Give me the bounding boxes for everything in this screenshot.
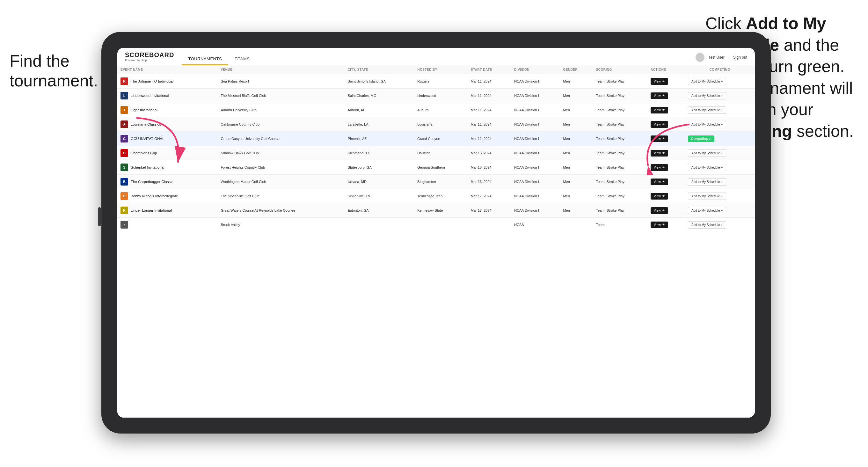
scoring-cell: Team, Stroke Play — [593, 74, 647, 89]
venue-cell: The Missouri Bluffs Golf Club — [217, 89, 344, 103]
view-button[interactable]: View 👁 — [651, 78, 668, 85]
division-cell: NCAA Division I — [511, 74, 560, 89]
team-logo: T — [121, 106, 128, 114]
col-competing: COMPETING — [685, 65, 755, 74]
tablet-frame: SCOREBOARD Powered by clippd TOURNAMENTS… — [101, 32, 771, 434]
add-schedule-button[interactable]: Add to My Schedule + — [688, 121, 726, 128]
division-cell: NCAA — [511, 218, 560, 232]
division-cell: NCAA Division I — [511, 89, 560, 103]
scoring-cell: Team, — [593, 218, 647, 232]
view-button[interactable]: View 👁 — [651, 121, 668, 128]
actions-cell: View 👁 — [647, 89, 685, 103]
table-row: R The Johnnie - O Individual Sea Palms R… — [117, 74, 755, 89]
venue-cell: The Sevierville Golf Club — [217, 189, 344, 204]
gender-cell: Men — [560, 189, 593, 204]
team-logo: ★ — [121, 121, 128, 128]
hosted-by-cell: Louisiana — [414, 117, 468, 132]
view-button[interactable]: View 👁 — [651, 150, 668, 157]
add-schedule-button[interactable]: Add to My Schedule + — [688, 178, 726, 186]
event-name-cell: S Schenkel Invitational — [117, 160, 217, 175]
competing-cell: Add to My Schedule + — [685, 74, 755, 89]
scoring-cell: Team, Stroke Play — [593, 189, 647, 204]
col-division: DIVISION — [511, 65, 560, 74]
view-button[interactable]: View 👁 — [651, 135, 668, 142]
add-schedule-button[interactable]: Add to My Schedule + — [688, 221, 726, 228]
city-state-cell: Auburn, AL — [345, 103, 414, 117]
event-name-cell: ★ Louisiana Classics — [117, 117, 217, 132]
competing-button[interactable]: Competing ✓ — [688, 135, 714, 142]
team-logo: B — [121, 192, 128, 200]
scoring-cell: Team, Stroke Play — [593, 175, 647, 189]
pipe-separator: | — [728, 55, 729, 60]
table-row: B The Carpetbagger Classic Worthington M… — [117, 175, 755, 189]
view-button[interactable]: View 👁 — [651, 179, 668, 185]
venue-cell: Great Waters Course At Reynolds Lake Oco… — [217, 204, 344, 218]
tab-teams[interactable]: TEAMS — [228, 53, 256, 65]
col-city-state: CITY, STATE — [345, 65, 414, 74]
add-schedule-button[interactable]: Add to My Schedule + — [688, 106, 726, 114]
start-date-cell: Mar 16, 2024 — [468, 175, 511, 189]
add-schedule-button[interactable]: Add to My Schedule + — [688, 92, 726, 99]
actions-cell: View 👁 — [647, 218, 685, 232]
gender-cell: Men — [560, 74, 593, 89]
gender-cell — [560, 218, 593, 232]
scoring-cell: Team, Stroke Play — [593, 117, 647, 132]
add-schedule-button[interactable]: Add to My Schedule + — [688, 164, 726, 171]
col-start-date: START DATE — [468, 65, 511, 74]
scoring-cell: Team, Stroke Play — [593, 103, 647, 117]
team-logo: G — [121, 135, 128, 143]
gender-cell: Men — [560, 132, 593, 146]
table-row: • Brook Valley NCAA Team, View 👁 Add to … — [117, 218, 755, 232]
event-name: Bobby Nichols Intercollegiate — [131, 194, 178, 198]
competing-cell: Competing ✓ — [685, 132, 755, 146]
gender-cell: Men — [560, 204, 593, 218]
gender-cell: Men — [560, 175, 593, 189]
team-logo: S — [121, 163, 128, 171]
table-row: ★ Louisiana Classics Oakbourne Country C… — [117, 117, 755, 132]
division-cell: NCAA Division I — [511, 204, 560, 218]
tablet-screen: SCOREBOARD Powered by clippd TOURNAMENTS… — [117, 48, 755, 417]
start-date-cell: Mar 13, 2024 — [468, 146, 511, 160]
city-state-cell: Lafayette, LA — [345, 117, 414, 132]
brand-name: SCOREBOARD — [125, 52, 174, 58]
sign-out-link[interactable]: Sign out — [733, 55, 747, 60]
col-venue: VENUE — [217, 65, 344, 74]
event-name-cell: T Tiger Invitational — [117, 103, 217, 117]
event-name-cell: L Lindenwood Invitational — [117, 89, 217, 103]
nav-tabs: TOURNAMENTS TEAMS — [182, 53, 256, 65]
start-date-cell: Mar 15, 2024 — [468, 160, 511, 175]
city-state-cell — [345, 218, 414, 232]
view-button[interactable]: View 👁 — [651, 164, 668, 171]
table-row: L Lindenwood Invitational The Missouri B… — [117, 89, 755, 103]
view-button[interactable]: View 👁 — [651, 222, 668, 228]
add-schedule-button[interactable]: Add to My Schedule + — [688, 150, 726, 157]
view-button[interactable]: View 👁 — [651, 207, 668, 214]
tab-tournaments[interactable]: TOURNAMENTS — [182, 53, 228, 65]
venue-cell: Auburn University Club — [217, 103, 344, 117]
add-schedule-button[interactable]: Add to My Schedule + — [688, 207, 726, 214]
competing-cell: Add to My Schedule + — [685, 204, 755, 218]
venue-cell: Worthington Manor Golf Club — [217, 175, 344, 189]
start-date-cell: Mar 12, 2024 — [468, 132, 511, 146]
event-name: Lindenwood Invitational — [131, 94, 169, 97]
hosted-by-cell — [414, 218, 468, 232]
add-schedule-button[interactable]: Add to My Schedule + — [688, 78, 726, 85]
start-date-cell: Mar 11, 2024 — [468, 117, 511, 132]
actions-cell: View 👁 — [647, 132, 685, 146]
competing-cell: Add to My Schedule + — [685, 117, 755, 132]
competing-cell: Add to My Schedule + — [685, 146, 755, 160]
hosted-by-cell: Georgia Southern — [414, 160, 468, 175]
hosted-by-cell: Tennessee Tech — [414, 189, 468, 204]
gender-cell: Men — [560, 89, 593, 103]
add-schedule-button[interactable]: Add to My Schedule + — [688, 192, 726, 200]
event-name-cell: • — [117, 218, 217, 232]
venue-cell: Grand Canyon University Golf Course — [217, 132, 344, 146]
hosted-by-cell: Lindenwood — [414, 89, 468, 103]
view-button[interactable]: View 👁 — [651, 92, 668, 99]
team-logo: B — [121, 178, 128, 186]
city-state-cell: Eatonton, GA — [345, 204, 414, 218]
view-button[interactable]: View 👁 — [651, 107, 668, 114]
view-button[interactable]: View 👁 — [651, 193, 668, 199]
event-name-cell: K Linger Longer Invitational — [117, 204, 217, 218]
col-gender: GENDER — [560, 65, 593, 74]
